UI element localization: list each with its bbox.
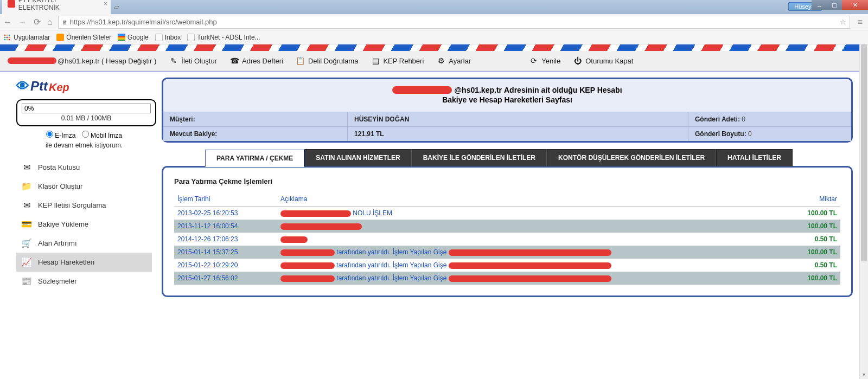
- cell-date: 2015-01-14 15:37:25: [174, 246, 277, 259]
- favicon-icon: [118, 34, 125, 41]
- cell-desc: tarafından yatırıldı. İşlem Yapılan Gişe: [277, 259, 781, 272]
- send-count-value: 0: [742, 115, 745, 123]
- page-icon: 🗎: [62, 19, 68, 25]
- pencil-icon: ✎: [169, 56, 178, 65]
- redacted-box: [449, 262, 611, 269]
- favicon-icon: [187, 34, 195, 41]
- window-controls: ⎽ ▢ ✕: [812, 0, 868, 10]
- col-amount: Miktar: [781, 192, 840, 207]
- sidebar-label: Posta Kutusu: [38, 163, 80, 171]
- sidebar-item[interactable]: 📈Hesap Hareketleri: [16, 253, 152, 272]
- new-tab-button[interactable]: ▱: [114, 3, 119, 11]
- cell-amount: 100.00 TL: [781, 272, 840, 285]
- redacted-box: [8, 57, 56, 64]
- cell-amount: 100.00 TL: [781, 246, 840, 259]
- settings-link[interactable]: ⚙Ayarlar: [437, 56, 471, 65]
- sidebar-item[interactable]: 🛒Alan Artırımı: [16, 234, 152, 253]
- sidebar: 👁 Ptt Kep 0% 0.01 MB / 100MB E-İmza Mobi…: [0, 72, 157, 291]
- sidebar-menu: ✉Posta Kutusu📁Klasör Oluştur✉KEP İletisi…: [16, 158, 152, 291]
- cell-date: 2014-12-26 17:06:23: [174, 233, 277, 246]
- compose-link[interactable]: ✎İleti Oluştur: [169, 56, 217, 65]
- tab-favicon: [8, 0, 15, 8]
- guide-link[interactable]: ▤KEP Rehberi: [371, 56, 424, 65]
- url-text: https://hs01.kep.tr/squirrelmail/src/web…: [70, 18, 217, 26]
- cell-desc: tarafından yatırıldı. İşlem Yapılan Gişe: [277, 246, 781, 259]
- back-icon[interactable]: ←: [3, 17, 12, 27]
- favicon-icon: [56, 34, 64, 41]
- account-switcher[interactable]: @hs01.kep.tr ( Hesap Değiştir ): [8, 57, 156, 65]
- sidebar-item[interactable]: 💳Bakiye Yükleme: [16, 215, 152, 234]
- reload-icon[interactable]: ⟳: [34, 17, 41, 27]
- bookmark-item[interactable]: Google: [118, 34, 149, 41]
- forward-icon: →: [18, 17, 27, 27]
- scroll-thumb[interactable]: [861, 44, 867, 261]
- url-field[interactable]: 🗎 https://hs01.kep.tr/squirrelmail/src/w…: [58, 16, 850, 29]
- bookmark-apps[interactable]: Uygulamalar: [3, 34, 50, 41]
- redacted-box: [280, 275, 335, 282]
- radio-mobil[interactable]: Mobil İmza: [82, 132, 122, 139]
- redacted-box: [280, 236, 308, 243]
- sidebar-label: Bakiye Yükleme: [38, 220, 88, 228]
- radio-eimza[interactable]: E-İmza: [46, 132, 75, 139]
- logout-link[interactable]: ⏻Oturumu Kapat: [573, 56, 633, 65]
- balance-label: Mevcut Bakiye:: [170, 130, 217, 138]
- bookmarks-bar: Uygulamalar Önerilen Siteler Google Inbo…: [0, 30, 868, 44]
- refresh-link[interactable]: ⟳Yenile: [529, 56, 560, 65]
- table-row: 2015-01-14 15:37:25 tarafından yatırıldı…: [174, 246, 840, 259]
- send-size-value: 0: [748, 130, 752, 138]
- send-size-label: Gönderi Boyutu:: [695, 130, 746, 138]
- bookmark-item[interactable]: Önerilen Siteler: [56, 34, 111, 41]
- tab-credit-sent[interactable]: KONTÖR DÜŞÜLEREK GÖNDERİLEN İLETİLER: [547, 149, 716, 166]
- tab-title: PTT KAYITLI ELEKTRONİK: [18, 0, 98, 11]
- sidebar-item[interactable]: 📰Sözleşmeler: [16, 272, 152, 291]
- redacted-box: [449, 275, 611, 282]
- tab-deposit[interactable]: PARA YATIRMA / ÇEKME: [205, 150, 304, 167]
- window-maximize[interactable]: ▢: [827, 0, 842, 10]
- bookmark-item[interactable]: Inbox: [155, 34, 181, 41]
- tab-services[interactable]: SATIN ALINAN HİZMETLER: [304, 149, 411, 166]
- cell-amount: 100.00 TL: [781, 220, 840, 233]
- sidebar-icon: ✉: [21, 163, 33, 171]
- window-close[interactable]: ✕: [842, 0, 868, 10]
- tab-strip: PTT KAYITLI ELEKTRONİK × ▱: [0, 0, 868, 14]
- page-scrollbar[interactable]: ▴ ▾: [859, 44, 868, 379]
- phone-icon: ☎: [230, 56, 239, 65]
- redacted-box: [280, 223, 362, 230]
- sidebar-label: Sözleşmeler: [38, 277, 77, 285]
- cell-desc: [277, 220, 781, 233]
- sidebar-label: Klasör Oluştur: [38, 182, 82, 190]
- browser-tab[interactable]: PTT KAYITLI ELEKTRONİK ×: [2, 0, 111, 14]
- transactions-table: İşlem Tarihi Açıklama Miktar 2013-02-25 …: [174, 192, 840, 285]
- panel-header: @hs01.kep.tr Adresinin ait olduğu KEP He…: [163, 79, 851, 112]
- sidebar-label: KEP İletisi Sorgulama: [38, 201, 106, 209]
- menu-icon[interactable]: ≡: [856, 17, 865, 27]
- tab-close-icon[interactable]: ×: [104, 0, 107, 8]
- bookmark-star-icon[interactable]: ☆: [840, 18, 846, 26]
- sidebar-item[interactable]: ✉Posta Kutusu: [16, 158, 152, 177]
- col-date: İşlem Tarihi: [174, 192, 277, 207]
- tabs: PARA YATIRMA / ÇEKME SATIN ALINAN HİZMET…: [205, 149, 853, 166]
- cell-date: 2015-01-22 10:29:20: [174, 259, 277, 272]
- tab-errors[interactable]: HATALI İLETİLER: [716, 149, 793, 166]
- favicon-icon: [155, 34, 163, 41]
- cell-amount: 0.50 TL: [781, 259, 840, 272]
- scroll-down-icon[interactable]: ▾: [860, 370, 868, 379]
- home-icon[interactable]: ⌂: [47, 17, 53, 27]
- address-book-link[interactable]: ☎Adres Defteri: [230, 56, 283, 65]
- customer-value: HÜSEYİN DOĞAN: [354, 115, 409, 123]
- power-icon: ⏻: [573, 56, 582, 65]
- quota-text: 0.01 MB / 100MB: [22, 114, 151, 122]
- tab-balance-sent[interactable]: BAKİYE İLE GÖNDERİLEN İLETİLER: [412, 149, 547, 166]
- bookmark-item[interactable]: TurkNet - ADSL Inte...: [187, 34, 260, 41]
- sidebar-label: Hesap Hareketleri: [38, 258, 94, 266]
- transactions-title: Para Yatırma Çekme İşlemleri: [174, 177, 840, 185]
- send-count-label: Gönderi Adeti:: [695, 115, 740, 123]
- airmail-stripe: [0, 44, 868, 51]
- sidebar-item[interactable]: ✉KEP İletisi Sorgulama: [16, 196, 152, 215]
- verify-link[interactable]: 📋Delil Doğrulama: [296, 56, 358, 65]
- sidebar-item[interactable]: 📁Klasör Oluştur: [16, 177, 152, 196]
- cell-date: 2015-01-27 16:56:02: [174, 272, 277, 285]
- window-minimize[interactable]: ⎽: [812, 0, 827, 10]
- sidebar-icon: 📁: [21, 182, 33, 190]
- gear-icon: ⚙: [437, 56, 445, 65]
